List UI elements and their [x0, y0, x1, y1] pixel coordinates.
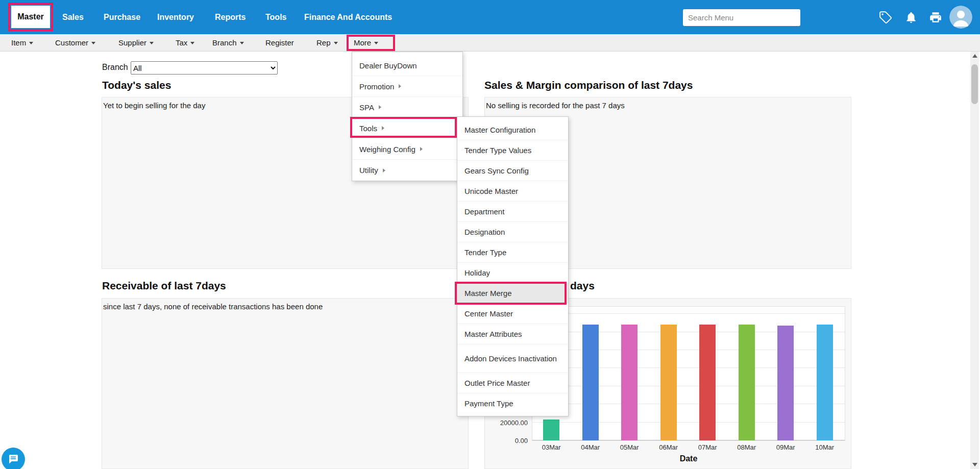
chevron-right-icon [383, 168, 385, 172]
menu-item-utility[interactable]: Utility [352, 160, 462, 181]
annotation-box-master: Master [8, 3, 53, 31]
bar-09Mar [777, 326, 794, 440]
caret-down-icon [374, 42, 378, 44]
caret-down-icon [29, 42, 33, 44]
user-avatar[interactable] [949, 6, 972, 29]
submenu-item-designation[interactable]: Designation [457, 222, 568, 242]
subnav-register[interactable]: Register [265, 34, 294, 52]
subnav-branch[interactable]: Branch [212, 34, 244, 52]
submenu-item-holiday[interactable]: Holiday [457, 263, 568, 283]
menu-item-tools[interactable]: Tools [352, 118, 462, 139]
chat-support-button[interactable] [2, 448, 25, 469]
chart-x-labels: 03Mar04Mar05Mar06Mar07Mar08Mar09Mar10Mar [532, 443, 845, 453]
x-tick-label: 05Mar [610, 443, 649, 451]
bar-07Mar [699, 325, 716, 440]
bar-03Mar [543, 419, 559, 440]
todays-sales-title: Today's sales [102, 79, 171, 91]
nav-reports[interactable]: Reports [215, 0, 246, 34]
chevron-right-icon [382, 126, 384, 130]
receivable-empty-text: since last 7 days, none of receivable tr… [102, 299, 468, 311]
menu-item-dealer-buydown[interactable]: Dealer BuyDown [352, 55, 462, 76]
submenu-item-addon-devices-inactivation[interactable]: Addon Devices Inactivation [457, 344, 568, 373]
sales-margin-empty-text: No selling is recorded for the past 7 da… [485, 97, 851, 110]
caret-up-icon [972, 54, 977, 58]
chart-title-partial: days [570, 280, 595, 292]
chart-x-axis-title: Date [532, 454, 845, 463]
menu-item-promotion[interactable]: Promotion [352, 76, 462, 97]
scrollbar-down-button[interactable] [970, 460, 979, 469]
submenu-item-tender-type-values[interactable]: Tender Type Values [457, 140, 568, 161]
more-dropdown-menu: Dealer BuyDown Promotion SPA Tools Weigh… [352, 52, 463, 181]
x-tick-label: 08Mar [727, 443, 767, 451]
tools-submenu: Master Configuration Tender Type Values … [457, 116, 569, 416]
x-tick-label: 10Mar [805, 443, 845, 451]
subnav-rep[interactable]: Rep [316, 34, 338, 52]
caret-down-icon [150, 42, 154, 44]
bar-10Mar [817, 325, 833, 440]
printer-icon[interactable] [929, 11, 942, 24]
subnav-customer[interactable]: Customer [55, 34, 95, 52]
scrollbar-up-button[interactable] [970, 52, 979, 60]
chevron-right-icon [399, 84, 401, 88]
nav-master[interactable]: Master [11, 6, 50, 28]
menu-item-weighing-config[interactable]: Weighing Config [352, 139, 462, 160]
chat-icon [7, 453, 19, 465]
bar-08Mar [739, 325, 755, 440]
caret-down-icon [972, 463, 977, 466]
x-tick-label: 09Mar [766, 443, 805, 451]
subnav-more[interactable]: More [354, 34, 378, 52]
x-tick-label: 06Mar [649, 443, 689, 451]
caret-down-icon [334, 42, 338, 44]
nav-purchase[interactable]: Purchase [104, 0, 140, 34]
nav-inventory[interactable]: Inventory [157, 0, 194, 34]
caret-down-icon [91, 42, 95, 44]
search-input[interactable] [683, 9, 800, 26]
bar-04Mar [582, 325, 599, 440]
y-tick-label: 20000.00 [484, 419, 528, 427]
top-navbar: Sales Purchase Inventory Reports Tools F… [0, 0, 980, 34]
submenu-item-tender-type[interactable]: Tender Type [457, 242, 568, 263]
receivable-title: Receivable of last 7days [102, 280, 226, 292]
bar-06Mar [660, 325, 677, 440]
receivable-panel: since last 7 days, none of receivable tr… [102, 298, 469, 469]
x-tick-label: 07Mar [688, 443, 727, 451]
chevron-right-icon [379, 105, 381, 109]
sub-navbar: Item Customer Supplier Tax Branch Regist… [0, 34, 980, 52]
nav-finance-and-accounts[interactable]: Finance And Accounts [304, 0, 392, 34]
bell-icon[interactable] [904, 11, 918, 24]
y-tick-label: 0.00 [484, 437, 528, 445]
caret-down-icon [190, 42, 194, 44]
submenu-item-unicode-master[interactable]: Unicode Master [457, 181, 568, 202]
submenu-item-department[interactable]: Department [457, 202, 568, 222]
app-root: Branch All Today's sales Yet to begin se… [0, 0, 980, 469]
submenu-item-gears-sync-config[interactable]: Gears Sync Config [457, 161, 568, 181]
nav-tools[interactable]: Tools [265, 0, 286, 34]
scrollbar-thumb[interactable] [971, 64, 978, 104]
submenu-item-master-attributes[interactable]: Master Attributes [457, 324, 568, 344]
vertical-scrollbar[interactable] [970, 52, 979, 469]
chart-bars [532, 306, 845, 441]
branch-filter-label: Branch [102, 63, 128, 72]
nav-sales[interactable]: Sales [62, 0, 84, 34]
price-tag-icon[interactable] [879, 11, 892, 24]
subnav-tax[interactable]: Tax [176, 34, 194, 52]
subnav-supplier[interactable]: Supplier [118, 34, 154, 52]
submenu-item-master-merge[interactable]: Master Merge [457, 283, 568, 304]
branch-filter-select[interactable]: All [131, 61, 278, 75]
chevron-right-icon [420, 147, 423, 151]
x-tick-label: 04Mar [571, 443, 610, 451]
x-tick-label: 03Mar [532, 443, 571, 451]
sales-margin-title: Sales & Margin comparison of last 7days [484, 79, 693, 91]
submenu-item-master-configuration[interactable]: Master Configuration [457, 120, 568, 140]
submenu-item-payment-type[interactable]: Payment Type [457, 393, 568, 414]
bar-05Mar [621, 325, 638, 440]
subnav-item[interactable]: Item [11, 34, 33, 52]
caret-down-icon [240, 42, 244, 44]
menu-item-spa[interactable]: SPA [352, 97, 462, 118]
submenu-item-outlet-price-master[interactable]: Outlet Price Master [457, 373, 568, 393]
submenu-item-center-master[interactable]: Center Master [457, 304, 568, 324]
